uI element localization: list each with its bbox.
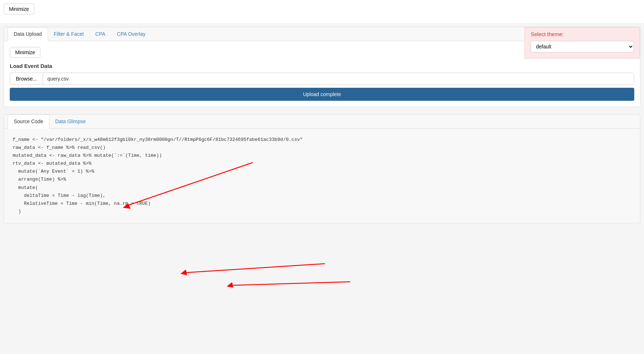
file-input-row: Browse... query.csv bbox=[10, 73, 634, 85]
svg-marker-5 bbox=[227, 282, 233, 288]
svg-line-4 bbox=[231, 282, 350, 285]
bottom-panel: Source Code Data Glimpse f_name <- "/var… bbox=[4, 114, 640, 223]
theme-selector-label: Select theme: bbox=[531, 31, 634, 37]
tab-data-glimpse[interactable]: Data Glimpse bbox=[49, 115, 92, 129]
outer-minimize-area: Minimize bbox=[0, 0, 644, 23]
theme-select[interactable]: default cerulean cosmo cyborg darkly fla… bbox=[531, 41, 634, 52]
tab-data-upload[interactable]: Data Upload bbox=[8, 27, 48, 41]
bottom-tab-bar: Source Code Data Glimpse bbox=[4, 115, 640, 129]
tab-cpa-overlay[interactable]: CPA Overlay bbox=[111, 27, 151, 41]
tab-filter-facet[interactable]: Filter & Facet bbox=[48, 27, 90, 41]
load-event-label: Load Event Data bbox=[10, 63, 634, 69]
file-name-display: query.csv bbox=[43, 73, 634, 85]
outer-minimize-button[interactable]: Minimize bbox=[4, 4, 34, 14]
code-block: f_name <- "/var/folders/_x/s_w48m612f3gb… bbox=[4, 129, 640, 223]
svg-marker-3 bbox=[180, 269, 187, 275]
tab-source-code[interactable]: Source Code bbox=[8, 115, 49, 129]
top-panel: Data Upload Filter & Facet CPA CPA Overl… bbox=[4, 27, 640, 107]
upload-complete-bar: Upload complete bbox=[10, 88, 634, 101]
theme-selector-panel: Select theme: default cerulean cosmo cyb… bbox=[525, 27, 640, 59]
browse-button[interactable]: Browse... bbox=[10, 73, 43, 85]
page-wrapper: Minimize Data Upload Filter & Facet CPA … bbox=[0, 0, 644, 354]
tab-cpa[interactable]: CPA bbox=[90, 27, 111, 41]
inner-minimize-button[interactable]: Minimize bbox=[10, 47, 40, 58]
svg-line-2 bbox=[184, 264, 325, 273]
